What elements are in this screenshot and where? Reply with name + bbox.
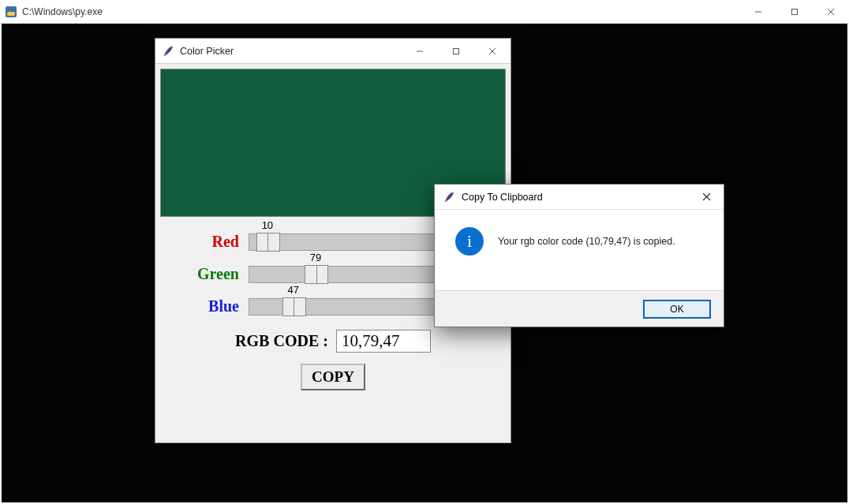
msgbox-titlebar: Copy To Clipboard [435,185,724,210]
picker-titlebar: Color Picker [155,39,511,64]
rgb-code-line: RGB CODE : [155,330,511,353]
minimize-button[interactable] [740,0,776,24]
picker-window-title: Color Picker [180,46,234,57]
python-launcher-icon [5,6,17,18]
svg-rect-7 [454,48,459,54]
green-slider[interactable]: 79 [249,266,451,283]
picker-close-button[interactable] [474,39,511,64]
red-value: 10 [262,219,273,231]
outer-titlebar: C:\Windows\py.exe [0,0,849,24]
green-value: 79 [310,252,321,263]
copy-button[interactable]: COPY [301,364,365,390]
ok-button[interactable]: OK [643,300,711,319]
red-label: Red [155,233,249,251]
maximize-button[interactable] [776,0,813,24]
blue-slider[interactable]: 47 [249,298,451,315]
msgbox-title: Copy To Clipboard [462,192,543,203]
tk-feather-icon [443,191,455,203]
msgbox-body: i Your rgb color code (10,79,47) is copi… [435,210,724,268]
picker-minimize-button[interactable] [402,39,438,64]
msgbox-message: Your rgb color code (10,79,47) is copied… [498,236,675,247]
rgb-code-input[interactable] [336,330,431,353]
rgb-code-label: RGB CODE : [235,332,328,350]
green-thumb[interactable] [305,265,328,284]
svg-rect-3 [792,9,798,14]
outer-window: C:\Windows\py.exe Color Picker [0,0,849,504]
blue-label: Blue [155,297,249,315]
msgbox-footer: OK [435,290,724,327]
svg-rect-1 [7,12,15,16]
green-label: Green [155,265,249,283]
picker-maximize-button[interactable] [438,39,474,64]
outer-window-controls [740,0,849,24]
console-client-area: Color Picker Red 10 [2,24,847,502]
close-button[interactable] [813,0,849,24]
info-icon: i [455,227,484,256]
blue-value: 47 [287,284,298,296]
tk-feather-icon [162,45,174,58]
red-thumb[interactable] [256,233,280,252]
copy-messagebox: Copy To Clipboard i Your rgb color code … [434,184,724,327]
red-slider[interactable]: 10 [249,233,451,251]
msgbox-close-button[interactable] [689,185,724,210]
blue-thumb[interactable] [282,297,306,316]
outer-window-title: C:\Windows\py.exe [22,6,103,17]
